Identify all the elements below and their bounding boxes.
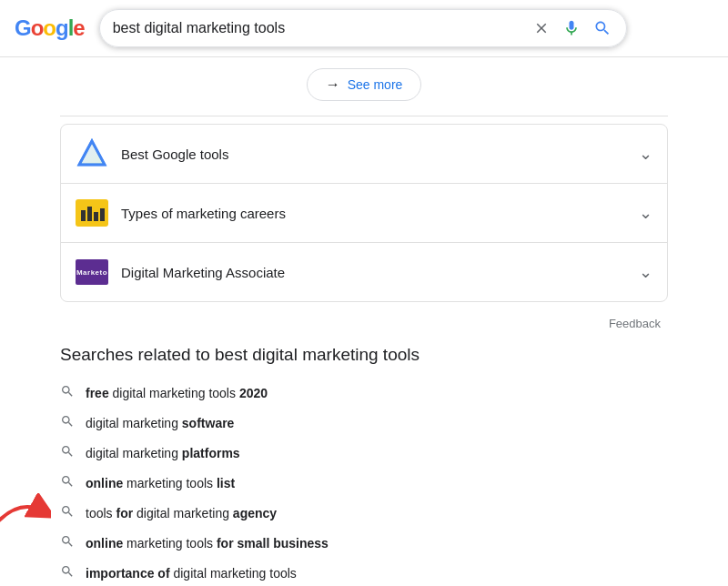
google-logo: Google xyxy=(15,15,85,41)
microphone-icon xyxy=(562,19,581,37)
clear-button[interactable] xyxy=(531,18,551,38)
related-searches-title: Searches related to best digital marketi… xyxy=(60,345,668,365)
arrow-right-icon: → xyxy=(326,76,340,93)
see-more-label: See more xyxy=(348,77,403,92)
svg-rect-4 xyxy=(87,207,92,221)
card-left: Best Google tools xyxy=(76,137,228,170)
feedback-link[interactable]: Feedback xyxy=(609,317,661,330)
search-item-2[interactable]: digital marketing software xyxy=(60,408,668,438)
voice-search-button[interactable] xyxy=(561,17,582,39)
search-items-container: free digital marketing tools 2020 digita… xyxy=(60,378,668,586)
related-searches-section: Searches related to best digital marketi… xyxy=(60,338,668,586)
search-icon-1 xyxy=(60,384,75,401)
search-item-1[interactable]: free digital marketing tools 2020 xyxy=(60,378,668,408)
close-icon xyxy=(533,20,550,36)
related-cards-list: Best Google tools ⌄ Types of m xyxy=(60,124,668,302)
search-item-7[interactable]: importance of digital marketing tools xyxy=(60,558,668,586)
search-text-2: digital marketing software xyxy=(86,416,234,430)
search-item-6[interactable]: online marketing tools for small busines… xyxy=(60,528,668,558)
google-tools-label: Best Google tools xyxy=(121,146,228,162)
search-button[interactable] xyxy=(592,17,613,39)
card-left-3: Marketo Digital Marketing Associate xyxy=(76,256,285,288)
search-text-1: free digital marketing tools 2020 xyxy=(86,386,268,400)
highlighted-item-wrapper: tools for digital marketing agency xyxy=(60,498,668,528)
search-text-3: digital marketing platforms xyxy=(86,446,240,460)
marketo-icon: Marketo xyxy=(76,256,108,288)
search-icon-5 xyxy=(60,504,75,521)
search-icon-6 xyxy=(60,534,75,551)
svg-marker-1 xyxy=(79,141,105,165)
ads-icon xyxy=(76,137,108,170)
chevron-down-icon-3: ⌄ xyxy=(639,262,652,282)
search-text-4: online marketing tools list xyxy=(86,476,235,490)
search-item-4[interactable]: online marketing tools list xyxy=(60,468,668,498)
header: Google xyxy=(0,0,728,57)
card-left-2: Types of marketing careers xyxy=(76,197,286,229)
search-bar-icons xyxy=(531,17,613,39)
related-card-digital-marketing[interactable]: Marketo Digital Marketing Associate ⌄ xyxy=(61,243,667,301)
search-icon-3 xyxy=(60,444,75,461)
search-bar[interactable] xyxy=(99,9,627,47)
chevron-down-icon: ⌄ xyxy=(639,144,652,164)
related-card-marketing-careers[interactable]: Types of marketing careers ⌄ xyxy=(61,184,667,243)
chevron-down-icon-2: ⌄ xyxy=(639,203,652,223)
red-arrow xyxy=(0,493,51,533)
svg-rect-3 xyxy=(81,210,86,221)
marketing-careers-icon xyxy=(76,197,108,229)
search-icon-2 xyxy=(60,414,75,431)
svg-rect-6 xyxy=(100,208,105,221)
search-text-5: tools for digital marketing agency xyxy=(86,506,277,520)
search-icon-4 xyxy=(60,474,75,491)
marketing-careers-label: Types of marketing careers xyxy=(121,206,286,221)
main-content: → See more xyxy=(27,57,701,586)
search-icon xyxy=(593,19,612,37)
see-more-container: → See more xyxy=(60,57,668,116)
search-text-7: importance of digital marketing tools xyxy=(86,566,297,581)
search-item-3[interactable]: digital marketing platforms xyxy=(60,438,668,468)
feedback-row: Feedback xyxy=(60,313,668,338)
related-card-google-tools[interactable]: Best Google tools ⌄ xyxy=(61,125,667,184)
svg-rect-5 xyxy=(94,212,98,221)
search-item-5[interactable]: tools for digital marketing agency xyxy=(60,498,668,528)
search-icon-7 xyxy=(60,564,75,581)
see-more-button[interactable]: → See more xyxy=(307,68,422,101)
search-text-6: online marketing tools for small busines… xyxy=(86,536,329,551)
search-input[interactable] xyxy=(113,20,524,36)
digital-marketing-label: Digital Marketing Associate xyxy=(121,265,285,280)
